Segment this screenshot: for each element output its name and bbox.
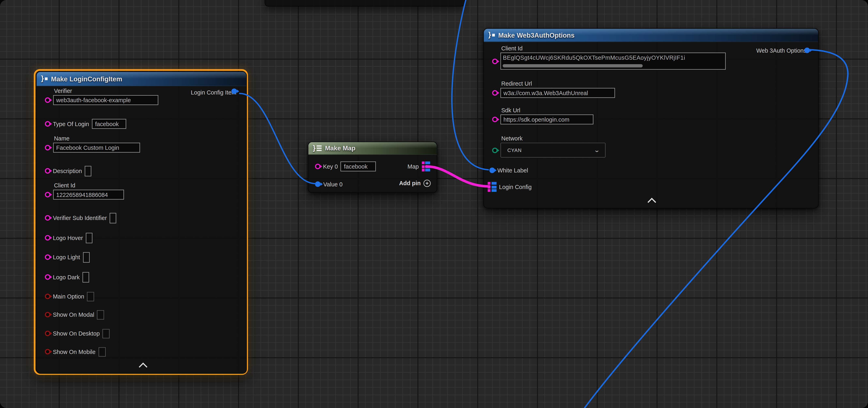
node-header-make-map[interactable]: } Make Map: [308, 142, 437, 155]
pin-label-main-option: Main Option: [53, 293, 84, 300]
pin-label-value0: Value 0: [323, 181, 343, 188]
output-pin-web3auth-options[interactable]: [804, 47, 810, 53]
node-header-make-loginconfigitem[interactable]: } Make LoginConfigItem: [36, 72, 246, 86]
input-pin-verifier[interactable]: [44, 97, 50, 103]
collapse-chevron-icon[interactable]: [648, 198, 656, 206]
verifier-field[interactable]: web3auth-facebook-example: [53, 95, 158, 105]
output-label-login-config-item: Login Config Item: [191, 89, 237, 96]
pin-label-logo-hover: Logo Hover: [53, 234, 83, 241]
input-pin-main-option[interactable]: [44, 294, 50, 299]
pin-label-show-on-desktop: Show On Desktop: [53, 330, 100, 337]
pin-row-sdk-url: Sdk Url https://sdk.openlogin.com: [492, 107, 593, 124]
blueprint-editor: } Make LoginConfigItem Login Config Item…: [0, 0, 868, 408]
key0-field[interactable]: facebook: [341, 162, 376, 171]
pin-row-show-on-mobile: Show On Mobile: [44, 346, 105, 357]
input-pin-logo-hover[interactable]: [44, 235, 50, 240]
input-pin-description[interactable]: [44, 168, 50, 174]
pin-label-client-id: Client Id: [54, 182, 124, 189]
input-pin-show-on-mobile[interactable]: [44, 349, 50, 354]
pin-row-redirect-url: Redirect Url w3a://com.w3a.Web3AuthUnrea…: [492, 80, 615, 98]
add-pin-icon[interactable]: +: [424, 179, 431, 187]
input-pin-name[interactable]: [44, 145, 50, 150]
pin-label-show-on-mobile: Show On Mobile: [53, 348, 95, 355]
pin-label-key0: Key 0: [323, 163, 338, 170]
input-pin-client-id[interactable]: [44, 192, 50, 197]
logo-dark-field[interactable]: [83, 272, 89, 282]
node-title: Make Web3AuthOptions: [498, 31, 575, 39]
pin-row-show-on-modal: Show On Modal: [44, 309, 104, 320]
client-id-field[interactable]: 1222658941886084: [53, 190, 124, 200]
input-pin-client-id[interactable]: [492, 58, 497, 64]
pin-row-type-of-login: Type Of Login facebook: [44, 118, 126, 130]
input-pin-show-on-desktop[interactable]: [44, 331, 50, 336]
input-pin-key0[interactable]: [315, 164, 320, 169]
pin-label-redirect-url: Redirect Url: [501, 80, 615, 87]
pin-label-show-on-modal: Show On Modal: [53, 311, 94, 318]
pin-label-logo-light: Logo Light: [53, 254, 80, 261]
collapse-chevron-icon[interactable]: [139, 363, 148, 371]
input-pin-type-of-login[interactable]: [44, 121, 50, 127]
pin-label-white-label: White Label: [497, 167, 528, 174]
node-header-make-web3authoptions[interactable]: } Make Web3AuthOptions: [484, 29, 818, 42]
node-make-map[interactable]: } Make Map Key 0 facebook Map Value 0 Ad…: [308, 141, 437, 193]
pin-row-verifier-sub-identifier: Verifier Sub Identifier: [44, 212, 116, 224]
client-id-scrollbar[interactable]: [502, 64, 642, 67]
pin-row-client-id: Client Id BEglQSgt4cUWcj6SKRdu5QkOXTsePm…: [492, 45, 725, 70]
make-struct-icon: }: [488, 32, 495, 39]
input-pin-show-on-modal[interactable]: [44, 312, 50, 317]
pin-label-login-config: Login Config: [499, 183, 532, 190]
output-label-map: Map: [407, 163, 419, 170]
show-on-mobile-checkbox[interactable]: [98, 347, 105, 356]
pin-row-logo-hover: Logo Hover: [44, 232, 92, 243]
pin-row-key0: Key 0 facebook: [315, 161, 376, 172]
pin-row-network: Network CYAN ⌄: [492, 135, 605, 158]
pin-label-type-of-login: Type Of Login: [53, 121, 89, 127]
pin-label-verifier-sub-identifier: Verifier Sub Identifier: [53, 214, 107, 221]
pin-row-logo-light: Logo Light: [44, 251, 89, 263]
client-id-field[interactable]: BEglQSgt4cUWcj6SKRdu5QkOXTsePmMcusG5EAoy…: [500, 53, 725, 70]
input-pin-sdk-url[interactable]: [492, 116, 497, 122]
node-make-loginconfigitem[interactable]: } Make LoginConfigItem Login Config Item…: [36, 71, 247, 374]
pin-row-white-label: White Label: [489, 165, 528, 176]
input-pin-white-label[interactable]: [489, 168, 495, 173]
blueprint-graph-canvas[interactable]: } Make LoginConfigItem Login Config Item…: [0, 0, 868, 408]
network-dropdown[interactable]: CYAN ⌄: [500, 143, 605, 158]
pin-row-verifier: Verifier web3auth-facebook-example: [44, 88, 158, 105]
input-pin-logo-dark[interactable]: [44, 274, 50, 280]
add-pin-label: Add pin: [399, 180, 421, 186]
show-on-desktop-checkbox[interactable]: [102, 329, 110, 338]
pin-row-name: Name Facebook Custom Login: [44, 135, 140, 152]
logo-light-field[interactable]: [83, 252, 90, 262]
pin-row-client-id: Client Id 1222658941886084: [44, 182, 124, 200]
partial-node-top[interactable]: [265, 0, 465, 7]
pin-label-client-id: Client Id: [501, 45, 725, 52]
pin-row-value0: Value 0: [315, 178, 343, 190]
redirect-url-field[interactable]: w3a://com.w3a.Web3AuthUnreal: [500, 88, 615, 98]
wire-top-to-whitelabel[interactable]: [452, 0, 488, 170]
main-option-checkbox[interactable]: [87, 292, 94, 301]
chevron-down-icon: ⌄: [594, 147, 600, 153]
input-pin-verifier-sub-identifier[interactable]: [44, 215, 50, 220]
pin-row-description: Description: [44, 165, 91, 176]
node-make-loginconfigitem-selection: } Make LoginConfigItem Login Config Item…: [34, 69, 248, 375]
name-field[interactable]: Facebook Custom Login: [53, 143, 140, 152]
verifier-sub-identifier-field[interactable]: [110, 212, 116, 223]
input-pin-logo-light[interactable]: [44, 254, 50, 260]
wire-loginconfigitem-to-value0[interactable]: [240, 94, 315, 183]
pin-row-logo-dark: Logo Dark: [44, 271, 89, 282]
logo-hover-field[interactable]: [86, 233, 92, 243]
show-on-modal-checkbox[interactable]: [97, 310, 104, 319]
node-make-web3authoptions[interactable]: } Make Web3AuthOptions Web 3Auth Options…: [483, 28, 819, 208]
node-title: Make LoginConfigItem: [51, 75, 122, 82]
pin-label-verifier: Verifier: [54, 88, 158, 94]
input-pin-redirect-url[interactable]: [492, 90, 497, 96]
input-pin-network[interactable]: [492, 147, 497, 153]
add-pin-row: Add pin +: [399, 177, 431, 189]
sdk-url-field[interactable]: https://sdk.openlogin.com: [500, 114, 593, 125]
description-field[interactable]: [85, 166, 91, 176]
type-of-login-field[interactable]: facebook: [92, 119, 126, 129]
pin-label-network: Network: [501, 135, 606, 142]
client-id-value: BEglQSgt4cUWcj6SKRdu5QkOXTsePmMcusG5EAoy…: [501, 53, 725, 61]
output-pin-login-config-item[interactable]: [231, 89, 237, 94]
make-struct-icon: }: [41, 75, 48, 82]
